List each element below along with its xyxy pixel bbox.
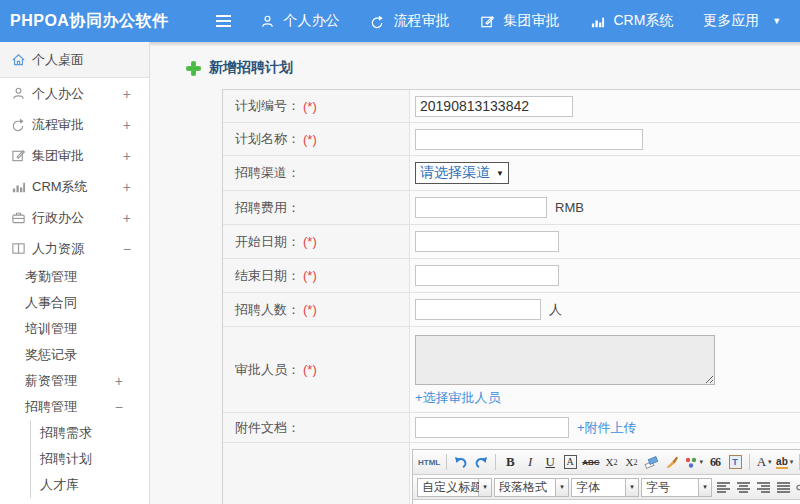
form-row-channel: 招聘渠道： 请选择渠道 ▼ xyxy=(223,156,800,191)
required-marker: (*) xyxy=(303,132,317,147)
sidebar-item-recruitment-mgmt[interactable]: 招聘管理− xyxy=(0,394,149,420)
headcount-label: 招聘人数： xyxy=(235,301,300,319)
align-right-icon[interactable] xyxy=(754,478,772,497)
topnav-label: 集团审批 xyxy=(503,12,559,30)
editor-dropdown-font-size[interactable]: 字号▾ xyxy=(641,478,712,497)
sidebar-item-label: 人力资源 xyxy=(32,240,117,258)
channel-select[interactable]: 请选择渠道 ▼ xyxy=(415,162,509,184)
align-left-icon[interactable] xyxy=(714,478,732,497)
undo-icon[interactable] xyxy=(452,453,470,472)
sidebar-item-training-mgmt[interactable]: 培训管理 xyxy=(0,316,149,342)
expand-toggle-icon[interactable]: − xyxy=(123,241,131,257)
start-date-input[interactable] xyxy=(415,231,559,252)
sidebar-item-talent-pool[interactable]: 人才库 xyxy=(30,472,149,498)
plus-icon xyxy=(186,61,201,76)
page-title: 新增招聘计划 xyxy=(209,59,293,77)
underline-button[interactable]: U xyxy=(541,453,559,472)
attachment-input[interactable] xyxy=(415,417,569,438)
sidebar-item-reward-records[interactable]: 奖惩记录 xyxy=(0,342,149,368)
subscript-button[interactable]: X2 xyxy=(623,453,641,472)
attachment-upload-link[interactable]: +附件上传 xyxy=(577,419,637,437)
approvers-textarea[interactable] xyxy=(415,335,715,385)
expand-toggle-icon[interactable]: + xyxy=(123,179,131,195)
topnav-item-group-approval[interactable]: 集团审批 xyxy=(479,12,559,30)
topnav-item-crm-system[interactable]: CRM系统 xyxy=(589,12,673,30)
sidebar-item-recruitment-demand[interactable]: 招聘需求 xyxy=(30,420,149,446)
redo-icon[interactable] xyxy=(472,453,490,472)
dropdown-value: 字号 xyxy=(641,478,699,497)
edit-icon xyxy=(479,13,496,30)
sidebar-item-group-approval[interactable]: 集团审批+ xyxy=(0,140,149,171)
channel-label: 招聘渠道： xyxy=(235,164,300,182)
headcount-input[interactable] xyxy=(415,299,541,320)
expand-toggle-icon[interactable]: + xyxy=(123,117,131,133)
process-icon xyxy=(369,13,386,30)
sidebar-item-label: 行政办公 xyxy=(32,209,117,227)
sidebar-item-hr-contract[interactable]: 人事合同 xyxy=(0,290,149,316)
topnav-label: 流程审批 xyxy=(393,12,449,30)
select-approvers-link[interactable]: +选择审批人员 xyxy=(415,389,501,407)
expand-toggle-icon[interactable]: + xyxy=(123,86,131,102)
sidebar-item-recruitment-plan[interactable]: 招聘计划 xyxy=(30,446,149,472)
sidebar-item-crm-system[interactable]: CRM系统+ xyxy=(0,171,149,202)
form-row-start-date: 开始日期：(*) xyxy=(223,225,800,259)
form-row-cost: 招聘费用： RMB xyxy=(223,191,800,225)
plan-name-input[interactable] xyxy=(415,129,643,150)
caret-down-icon: ▾ xyxy=(556,478,569,497)
end-date-input[interactable] xyxy=(415,265,559,286)
cost-unit: RMB xyxy=(555,200,584,215)
sidebar-item-admin-office[interactable]: 行政办公+ xyxy=(0,202,149,233)
highlight-color-button[interactable]: ab▾ xyxy=(775,453,794,472)
sidebar-item-label: 招聘计划 xyxy=(40,450,149,468)
editor-dropdown-custom-title[interactable]: 自定义标题▾ xyxy=(417,478,492,497)
sidebar-item-label: CRM系统 xyxy=(32,178,117,196)
expand-toggle-icon[interactable]: + xyxy=(115,373,123,389)
plan-name-label: 计划名称： xyxy=(235,130,300,148)
sidebar-item-label: 培训管理 xyxy=(25,320,123,338)
border-text-button[interactable]: A xyxy=(564,455,577,469)
person-icon xyxy=(10,86,26,102)
editor-content-area[interactable] xyxy=(413,500,800,504)
italic-button[interactable]: I xyxy=(521,453,539,472)
align-justify-icon[interactable] xyxy=(774,478,792,497)
expand-toggle-icon[interactable]: + xyxy=(123,210,131,226)
sidebar-item-salary-mgmt[interactable]: 薪资管理+ xyxy=(0,368,149,394)
editor-toolbar-row1: HTML B I U A ABC X2 X2 xyxy=(413,450,800,475)
sidebar-item-personal-office[interactable]: 个人办公+ xyxy=(0,78,149,109)
expand-toggle-icon[interactable]: + xyxy=(123,148,131,164)
bold-button[interactable]: B xyxy=(501,453,519,472)
eraser-icon[interactable] xyxy=(643,453,661,472)
paste-text-icon[interactable]: T xyxy=(726,453,744,472)
topnav-item-more-apps[interactable]: 更多应用▼ xyxy=(703,12,781,30)
editor-dropdown-paragraph-format[interactable]: 段落格式▾ xyxy=(494,478,569,497)
sidebar-item-workflow-approval[interactable]: 流程审批+ xyxy=(0,109,149,140)
link-icon[interactable] xyxy=(794,478,800,497)
blockquote-button[interactable]: 66 xyxy=(706,453,724,472)
process-icon xyxy=(10,117,26,133)
format-brush-icon[interactable] xyxy=(663,453,681,472)
sidebar-item-human-resources[interactable]: 人力资源− xyxy=(0,233,149,264)
align-center-icon[interactable] xyxy=(734,478,752,497)
editor-dropdown-font-family[interactable]: 字体▾ xyxy=(571,478,639,497)
required-marker: (*) xyxy=(303,362,317,377)
form-row-headcount: 招聘人数：(*) 人 xyxy=(223,293,800,327)
caret-down-icon: ▾ xyxy=(626,478,639,497)
expand-toggle-icon[interactable]: − xyxy=(115,399,123,415)
topnav-item-personal-office[interactable]: 个人办公 xyxy=(259,12,339,30)
font-color-button[interactable]: A▾ xyxy=(755,453,773,472)
plan-number-input[interactable] xyxy=(415,96,573,117)
cost-input[interactable] xyxy=(415,197,547,218)
html-source-button[interactable]: HTML xyxy=(417,453,441,472)
chart-icon xyxy=(589,13,606,30)
sidebar-item-label: 人才库 xyxy=(40,476,149,494)
person-icon xyxy=(259,13,276,30)
menu-icon[interactable] xyxy=(212,11,235,31)
book-icon xyxy=(10,241,26,257)
color-palette-icon[interactable]: ▾ xyxy=(683,453,705,472)
sidebar-item-personal-desktop[interactable]: 个人桌面 xyxy=(0,42,149,78)
superscript-button[interactable]: X2 xyxy=(603,453,621,472)
caret-down-icon: ▾ xyxy=(699,478,712,497)
sidebar-item-attendance-mgmt[interactable]: 考勤管理 xyxy=(0,264,149,290)
topnav-item-workflow-approval[interactable]: 流程审批 xyxy=(369,12,449,30)
strikethrough-button[interactable]: ABC xyxy=(581,453,600,472)
